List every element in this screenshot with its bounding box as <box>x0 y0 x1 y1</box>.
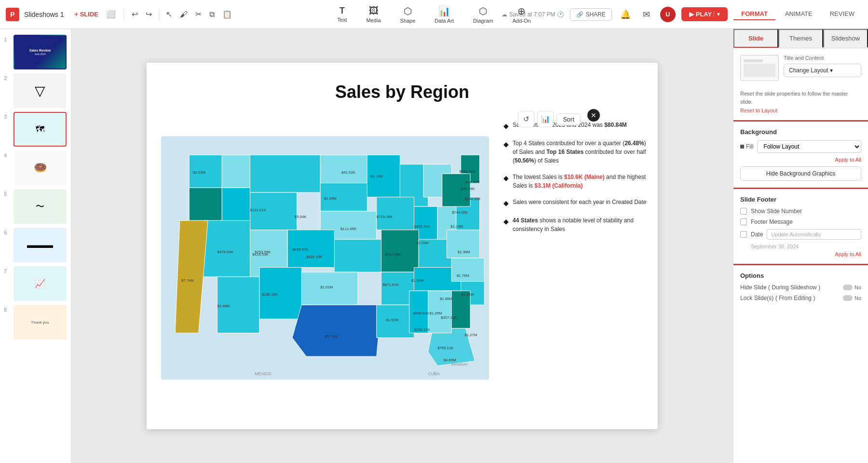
slide-thumb-3[interactable]: 3 🗺 <box>0 110 71 149</box>
add-slide-btn[interactable]: + SLIDE <box>72 9 102 20</box>
play-button[interactable]: ▶ PLAY ▾ <box>681 7 728 21</box>
paint-btn[interactable]: 🖌 <box>177 8 190 21</box>
tab-format[interactable]: FORMAT <box>733 8 775 20</box>
apply-all-link[interactable]: Apply to All <box>740 157 861 163</box>
tool-text[interactable]: T Text <box>333 4 351 25</box>
date-checkbox[interactable] <box>740 231 747 238</box>
slide-thumb-7[interactable]: 7 📈 <box>0 264 71 303</box>
hide-slide-row: Hide Slide ( During Slideshow ) No <box>740 284 861 291</box>
layout-line-1 <box>744 59 763 62</box>
state-wa[interactable] <box>189 155 222 188</box>
diamond-icon-3: ◆ <box>503 173 509 190</box>
hide-background-graphics-button[interactable]: Hide Background Graphics <box>740 166 861 181</box>
state-nv[interactable] <box>203 220 250 277</box>
footer-message-row: Footer Message <box>740 218 861 225</box>
date-input[interactable] <box>767 229 861 240</box>
lock-slide-toggle[interactable]: No <box>843 295 861 301</box>
rp-tab-slide[interactable]: Slide <box>733 29 778 48</box>
show-slide-number-row: Show Slide Number <box>740 208 861 215</box>
hide-slide-toggle[interactable]: No <box>843 285 861 290</box>
tool-shape-label: Shape <box>400 18 416 24</box>
slide-thumb-8[interactable]: 8 Thank you <box>0 303 71 341</box>
messages-btn[interactable]: ✉ <box>639 7 654 22</box>
play-chevron[interactable]: ▾ <box>714 11 720 17</box>
state-tx[interactable] <box>292 305 381 356</box>
state-ia[interactable] <box>377 197 414 230</box>
date-label: Date <box>751 231 763 238</box>
state-mn[interactable] <box>367 155 400 197</box>
fill-row: Fill Follow Layout <box>740 140 861 153</box>
slide-thumb-1[interactable]: 1 Sales ReviewJune 2024 <box>0 33 71 71</box>
refresh-btn[interactable]: ↺ <box>518 111 534 127</box>
insight-5-text: 44 States shows a notable level of stabi… <box>513 216 648 233</box>
sort-button[interactable]: Sort <box>556 113 581 125</box>
state-az[interactable] <box>217 277 259 333</box>
state-la[interactable] <box>377 305 414 338</box>
rp-tab-slideshow[interactable]: Slideshow <box>823 29 868 48</box>
state-or[interactable] <box>189 188 222 220</box>
slide-num-5: 5 <box>4 191 11 197</box>
state-va[interactable] <box>447 230 480 258</box>
undo-btn[interactable]: ↩ <box>129 8 141 21</box>
tool-diagram[interactable]: ⬡ Diagram <box>469 3 497 26</box>
slide-thumb-4[interactable]: 4 🍩 <box>0 149 71 187</box>
chart-btn[interactable]: 📊 <box>537 111 554 127</box>
state-al[interactable] <box>428 291 452 333</box>
scissors-btn[interactable]: ✂ <box>192 8 204 21</box>
tool-addon[interactable]: ⊕ Add-On <box>509 3 535 26</box>
tab-review[interactable]: REVIEW <box>822 8 862 20</box>
change-layout-button[interactable]: Change Layout ▾ <box>784 64 861 77</box>
share-button[interactable]: 🔗 SHARE <box>570 8 611 21</box>
state-mt[interactable] <box>250 155 321 192</box>
copy-btn[interactable]: ⧉ <box>206 8 217 21</box>
tool-shape[interactable]: ⬡ Shape <box>396 3 420 26</box>
slide-num-7: 7 <box>4 268 11 274</box>
layout-box <box>744 64 775 77</box>
state-nc[interactable] <box>451 258 484 282</box>
divider-options <box>733 264 868 265</box>
state-nm[interactable] <box>259 267 301 319</box>
footer-message-checkbox[interactable] <box>740 218 747 225</box>
show-slide-number-checkbox[interactable] <box>740 208 747 215</box>
footer-message-label: Footer Message <box>751 218 793 225</box>
slide-preview-2: ▽ <box>14 73 67 108</box>
cursor-btn[interactable]: ↖ <box>163 8 175 21</box>
paste-btn[interactable]: 📋 <box>219 8 235 21</box>
map-svg: $3.03M $7.74M $476.63K $121.81K $253.59K… <box>161 116 489 400</box>
fill-select[interactable]: Follow Layout <box>757 140 861 153</box>
layout-btn[interactable]: ⬜ <box>103 8 119 21</box>
rp-tab-themes[interactable]: Themes <box>778 29 823 48</box>
slide-thumb-2[interactable]: 2 ▽ <box>0 71 71 110</box>
avatar[interactable]: U <box>660 7 676 22</box>
state-pa[interactable] <box>442 174 470 206</box>
redo-btn[interactable]: ↪ <box>143 8 155 21</box>
tab-animate[interactable]: ANIMATE <box>777 8 820 20</box>
notifications-btn[interactable]: 🔔 <box>618 7 633 22</box>
state-sd[interactable] <box>320 183 367 211</box>
diamond-icon-5: ◆ <box>503 217 509 233</box>
slide-num-4: 4 <box>4 152 11 158</box>
slide-thumb-6[interactable]: 6 ▬▬▬ <box>0 226 71 264</box>
reset-layout-text: Reset the slide properties to follow the… <box>740 90 861 106</box>
state-co[interactable] <box>287 230 334 268</box>
slide-thumb-5[interactable]: 5 〜 <box>0 187 71 226</box>
right-panel-tabs: Slide Themes Slideshow <box>733 29 868 48</box>
lock-slide-value: No <box>854 295 861 301</box>
tool-media[interactable]: 🖼 Media <box>363 3 385 25</box>
state-ok[interactable] <box>301 272 358 305</box>
state-mo[interactable] <box>381 230 419 272</box>
state-id-n[interactable] <box>222 155 250 188</box>
apply-all-footer-link[interactable]: Apply to All <box>740 251 861 257</box>
sort-toolbar: ↺ 📊 Sort ✕ <box>518 111 581 127</box>
state-wy[interactable] <box>250 192 297 230</box>
slide-canvas[interactable]: Sales by Region ↺ 📊 Sort ✕ <box>147 63 658 429</box>
close-sort-btn[interactable]: ✕ <box>587 109 600 122</box>
state-nd[interactable] <box>320 155 367 183</box>
fill-label: Fill <box>740 143 753 150</box>
background-title: Background <box>740 128 861 136</box>
state-ks[interactable] <box>334 239 381 272</box>
reset-to-layout-link[interactable]: Reset to Layout <box>740 108 861 113</box>
tool-data-art[interactable]: 📊 Data Art <box>431 3 458 26</box>
toolbar-left: + SLIDE ⬜ ↩ ↪ ↖ 🖌 ✂ ⧉ 📋 <box>72 8 235 21</box>
layout-title-label: Title and Content <box>784 55 861 61</box>
